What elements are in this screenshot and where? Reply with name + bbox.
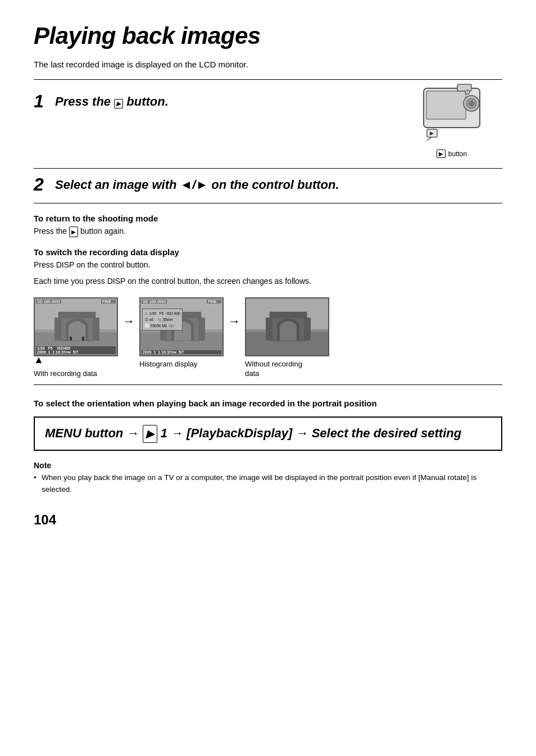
portrait-section-header: To select the orientation when playing b… [34, 397, 502, 410]
step2: 2 Select an image with ◄/► on the contro… [34, 174, 502, 195]
svg-line-9 [427, 137, 431, 141]
step1: 1 Press the ▶ button. [34, 91, 401, 112]
svg-rect-15 [54, 318, 61, 341]
overlay-top-2: SD 100-0003 FINE □ [142, 300, 221, 304]
example-with-recording: SD 100-0003 FINE □ 1/30 F5 ISO400 2009 1… [34, 297, 118, 379]
camera-diagram: ▶ button [401, 80, 502, 158]
screen-histogram: SD 100-0003 FINE □ □ 1/30 F5 ISO 400 ☑ ±… [139, 297, 224, 356]
overlay-top-1: SD 100-0003 FINE □ [36, 300, 116, 304]
step1-number: 1 [34, 91, 49, 112]
svg-rect-14 [58, 312, 96, 318]
section-return-body: Press the ▶ button again. [34, 225, 502, 237]
camera-play-label: ▶ button [437, 150, 467, 158]
divider-3 [34, 203, 502, 203]
note-text: When you play back the image on a TV or … [34, 472, 502, 495]
histogram-data: □ 1/30 F5 ISO 400 ☑ ±0 □ 35mm ⬜ 5500K M1… [142, 309, 183, 331]
arrow-to-histogram: → [122, 314, 135, 329]
svg-rect-30 [270, 312, 307, 318]
overlay-bottom-1: 1/30 F5 ISO400 2009 1 1 10:37PM 5/7 [36, 346, 116, 354]
step2-number: 2 [34, 174, 49, 195]
arrow-to-no-data: → [228, 314, 240, 329]
caption-with-recording: With recording data [34, 369, 97, 379]
step1-left: 1 Press the ▶ button. [34, 85, 401, 114]
example-no-data: Without recording data [245, 297, 329, 379]
step1-row: 1 Press the ▶ button. [34, 85, 502, 158]
svg-rect-1 [426, 91, 466, 119]
svg-rect-16 [93, 318, 99, 341]
menu-step-text: MENU button → ▶ 1 → [PlaybackDisplay] → … [45, 426, 461, 440]
section-switch-line1: Press DISP on the control button. [34, 259, 502, 271]
play-icon-step1: ▶ [114, 99, 123, 108]
section-return-header: To return to the shooting mode [34, 214, 502, 223]
play-icon-return: ▶ [69, 227, 78, 237]
page-number: 104 [34, 512, 502, 528]
divider-2 [34, 168, 502, 169]
overlay-bottom-2: 2009 1 1 10:37PM 5/7 [142, 350, 221, 354]
step2-text: Select an image with ◄/► on the control … [55, 174, 339, 193]
caption-no-data: Without recording data [245, 360, 318, 379]
play-icon-camera: ▶ [437, 150, 446, 158]
screen-with-recording: SD 100-0003 FINE □ 1/30 F5 ISO400 2009 1… [34, 297, 118, 356]
svg-rect-32 [304, 318, 311, 341]
screen-no-data [245, 297, 329, 356]
svg-rect-17 [70, 337, 72, 341]
example-histogram: SD 100-0003 FINE □ □ 1/30 F5 ISO 400 ☑ ±… [139, 297, 224, 369]
section-switch-line2: Each time you press DISP on the control … [34, 275, 502, 287]
display-examples: SD 100-0003 FINE □ 1/30 F5 ISO400 2009 1… [34, 297, 502, 379]
svg-point-6 [465, 90, 470, 94]
svg-rect-25 [198, 318, 205, 341]
camera-svg [407, 80, 497, 147]
divider-4 [34, 384, 502, 385]
svg-rect-18 [82, 337, 84, 341]
subtitle: The last recorded image is displayed on … [34, 60, 502, 69]
svg-point-5 [469, 101, 474, 106]
page-title: Playing back images [34, 22, 502, 49]
section-switch-header: To switch the recording data display [34, 247, 502, 257]
step1-text: Press the ▶ button. [55, 91, 169, 110]
svg-rect-31 [266, 318, 272, 341]
note-label: Note [34, 461, 502, 470]
caption-histogram: Histogram display [139, 360, 197, 369]
menu-step-box: MENU button → ▶ 1 → [PlaybackDisplay] → … [34, 417, 502, 451]
svg-rect-2 [457, 84, 471, 91]
play-icon-menu: ▶ [143, 425, 157, 443]
